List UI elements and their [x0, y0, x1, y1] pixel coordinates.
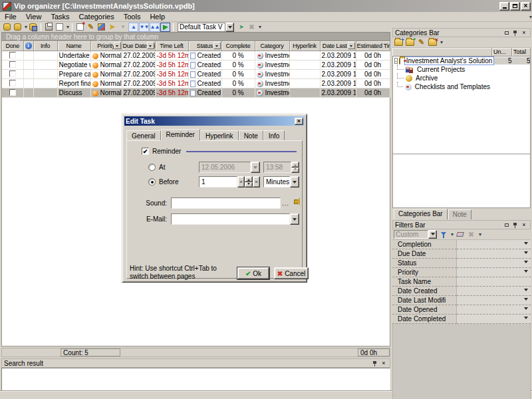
- filter-preset-combo[interactable]: Custom: [394, 230, 437, 239]
- dialog-tab[interactable]: Hyperlink: [200, 130, 239, 140]
- column-filter-button[interactable]: [213, 42, 221, 49]
- column-header[interactable]: Priority: [90, 41, 122, 51]
- cell-hyperlink[interactable]: [289, 78, 320, 88]
- email-combo[interactable]: [171, 213, 299, 225]
- cell-priority[interactable]: Normal: [90, 69, 122, 78]
- print-dropdown-icon[interactable]: ▾: [66, 24, 69, 30]
- cell-hyperlink[interactable]: [289, 88, 320, 97]
- column-filter-button[interactable]: [114, 42, 121, 49]
- task-row[interactable]: Negotiate with Normal 27.02.2009 -3d 5h …: [2, 60, 390, 69]
- column-header[interactable]: Category: [255, 41, 289, 51]
- cell-complete[interactable]: 0 %: [221, 88, 255, 97]
- sound-browse-button[interactable]: ...: [281, 198, 291, 209]
- task-row[interactable]: Report financial Normal 27.02.2009 -3d 5…: [2, 78, 390, 88]
- filter-value-dropdown[interactable]: [457, 287, 531, 296]
- filter-row[interactable]: Date Opened: [392, 305, 531, 315]
- done-checkbox[interactable]: [9, 80, 16, 86]
- category-tree-item[interactable]: - Investment Analyst's Solution 55: [393, 57, 530, 65]
- column-header[interactable]: Name: [57, 41, 90, 51]
- spin-next-button[interactable]: »: [253, 176, 260, 188]
- cell-done[interactable]: [2, 78, 23, 88]
- categories-pin-button[interactable]: [511, 29, 519, 37]
- save-database-button[interactable]: [28, 23, 38, 32]
- task-template-dropdown-button[interactable]: [225, 23, 234, 32]
- column-header[interactable]: Status: [188, 41, 221, 51]
- filters-pin-button[interactable]: [511, 221, 519, 229]
- spin-up-button[interactable]: [245, 176, 253, 182]
- task-row[interactable]: Prepare cash Normal 27.02.2009 -3d 5h 12…: [2, 69, 390, 78]
- menu-item[interactable]: Tasks: [46, 12, 74, 21]
- open-database-dropdown-icon[interactable]: ▾: [25, 24, 27, 30]
- cancel-template-button[interactable]: ✖: [247, 23, 257, 32]
- cell-hyperlink[interactable]: [289, 69, 320, 78]
- cell-category[interactable]: Investment: [255, 60, 289, 69]
- before-radio[interactable]: [148, 178, 156, 186]
- filters-more-icon[interactable]: ▾: [479, 231, 481, 237]
- cell-done[interactable]: [2, 51, 23, 60]
- task-row[interactable]: Discuss Normal 27.02.2009 -3d 5h 12m Cre…: [2, 88, 390, 97]
- column-header[interactable]: Info: [33, 41, 57, 51]
- new-category-button[interactable]: +: [394, 38, 404, 47]
- filter-row[interactable]: Status: [392, 259, 531, 268]
- cell-category[interactable]: Investment: [255, 78, 289, 88]
- email-dropdown[interactable]: [290, 213, 299, 225]
- cell-priority[interactable]: Normal: [90, 51, 122, 60]
- spin-prev-button[interactable]: «: [237, 176, 245, 188]
- delete-category-button[interactable]: ×: [428, 38, 438, 47]
- new-database-button[interactable]: [2, 23, 12, 32]
- at-radio[interactable]: [148, 164, 156, 171]
- filter-value-dropdown[interactable]: [457, 277, 531, 287]
- filter-value-dropdown[interactable]: [457, 249, 531, 259]
- play-sound-button[interactable]: [294, 198, 302, 205]
- task-colors-button[interactable]: [96, 23, 106, 32]
- dialog-close-button[interactable]: ×: [295, 118, 303, 125]
- toolbar-overflow-icon[interactable]: ▾: [529, 14, 532, 20]
- column-header[interactable]: Hyperlink: [289, 41, 320, 51]
- column-header[interactable]: Due Date&Ti: [122, 41, 155, 51]
- category-label[interactable]: Current Projects: [416, 66, 466, 73]
- search-result-content[interactable]: [1, 368, 390, 392]
- cell-status[interactable]: Created: [188, 88, 221, 97]
- column-header[interactable]: Estimated Time: [356, 41, 390, 51]
- column-header[interactable]: Time Left: [155, 41, 188, 51]
- column-filter-button[interactable]: [348, 42, 355, 49]
- new-task-button[interactable]: [75, 23, 85, 32]
- cancel-filter-button[interactable]: ✖: [466, 230, 476, 239]
- apply-filter-button[interactable]: [438, 230, 448, 239]
- cell-name[interactable]: Prepare cash: [57, 69, 90, 78]
- time-up-button[interactable]: [291, 162, 299, 168]
- move-bottom-button[interactable]: ▼▼: [139, 23, 149, 32]
- cell-priority[interactable]: Normal: [90, 88, 122, 97]
- unit-dropdown[interactable]: [290, 176, 299, 188]
- cancel-button[interactable]: ✖ Cancel: [274, 267, 309, 279]
- dialog-tab[interactable]: General: [126, 130, 161, 140]
- menu-item[interactable]: Help: [145, 12, 170, 21]
- cell-due-date[interactable]: 27.02.2009: [122, 78, 155, 88]
- ok-button[interactable]: ✔ Ok: [237, 267, 269, 279]
- sidebar-tab[interactable]: Note: [448, 209, 471, 219]
- cell-status[interactable]: Created: [188, 69, 221, 78]
- done-checkbox[interactable]: [9, 89, 16, 96]
- filter-value-dropdown[interactable]: [457, 296, 531, 305]
- column-filter-button[interactable]: [147, 42, 154, 49]
- pin-button[interactable]: [371, 360, 379, 367]
- cell-status[interactable]: Created: [188, 78, 221, 88]
- cell-complete[interactable]: 0 %: [221, 51, 255, 60]
- reminder-checkbox[interactable]: ✔: [142, 148, 149, 155]
- column-header[interactable]: Date Last M: [320, 41, 356, 51]
- cell-priority[interactable]: Normal: [90, 78, 122, 88]
- category-label[interactable]: Investment Analyst's Solution: [404, 57, 495, 65]
- category-tree-item[interactable]: Checklists and Templates: [393, 82, 530, 91]
- filters-maximize-button[interactable]: [503, 221, 511, 229]
- categories-close-button[interactable]: ×: [520, 29, 528, 37]
- task-template-combo[interactable]: Default Task V: [178, 23, 234, 32]
- filter-dropdown-icon[interactable]: ▾: [451, 231, 454, 237]
- toolbar-more-icon[interactable]: ▾: [259, 24, 261, 30]
- dialog-tab[interactable]: Note: [239, 130, 263, 140]
- cell-category[interactable]: Investment: [255, 88, 289, 97]
- cell-name[interactable]: Negotiate with: [57, 60, 90, 69]
- category-label[interactable]: Checklists and Templates: [414, 83, 491, 90]
- restore-button[interactable]: [510, 2, 520, 11]
- assign-task-button[interactable]: ➤: [107, 23, 117, 32]
- apply-template-button[interactable]: ➤: [236, 23, 246, 32]
